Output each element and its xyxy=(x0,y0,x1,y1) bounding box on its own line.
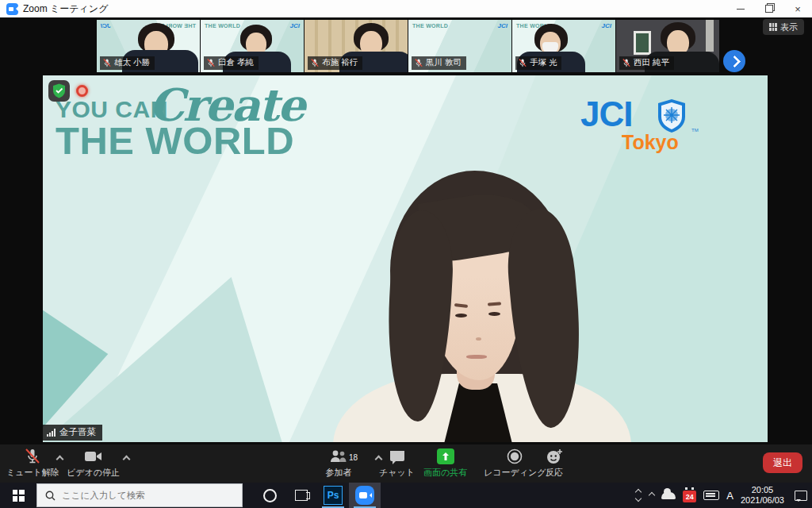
close-button[interactable]: × xyxy=(783,0,812,17)
encryption-shield-icon[interactable] xyxy=(48,80,70,102)
speaker-person xyxy=(43,75,768,442)
participants-strip: THE WORLD JCI 雄太 小勝 xyxy=(97,20,719,72)
participant-name-tag: 黒川 敦司 xyxy=(412,56,466,70)
title-bar: Zoom ミーティング × xyxy=(0,0,812,17)
video-options-chevron-icon[interactable] xyxy=(123,456,131,464)
clock-date: 2021/06/03 xyxy=(741,495,784,506)
stop-video-button[interactable]: ビデオの停止 xyxy=(67,448,120,479)
muted-mic-icon xyxy=(519,58,527,68)
scroll-up-icon xyxy=(635,489,642,495)
speaker-name: 金子晋菜 xyxy=(59,426,96,438)
stop-video-label: ビデオの停止 xyxy=(67,467,120,479)
active-speaker-video: YOU CAN Create THE WORLD JCI TM Tokyo xyxy=(43,75,768,442)
window-controls: × xyxy=(726,0,812,17)
leave-meeting-button[interactable]: 退出 xyxy=(763,452,802,473)
window-title: Zoom ミーティング xyxy=(23,2,108,16)
cortana-icon xyxy=(263,489,277,502)
windows-logo-icon xyxy=(13,490,25,502)
cortana-button[interactable] xyxy=(254,483,285,508)
share-screen-label: 画面の共有 xyxy=(423,467,467,479)
speaker-mouth xyxy=(466,355,487,359)
participant-thumbnail[interactable]: THE WORLD JCI 臼倉 孝純 xyxy=(201,20,304,72)
taskbar-search[interactable] xyxy=(36,483,243,507)
participant-thumbnail[interactable]: THE WORLD JCI 雄太 小勝 xyxy=(97,20,200,72)
hidden-icons-chevron-icon[interactable] xyxy=(649,492,655,498)
photoshop-icon: Ps xyxy=(324,486,343,505)
mic-options-chevron-icon[interactable] xyxy=(56,456,64,464)
share-screen-button[interactable]: 画面の共有 xyxy=(423,448,467,479)
chat-label: チャット xyxy=(379,467,415,479)
windows-taskbar: Ps 24 A 20:05 2021/06/03 xyxy=(0,483,812,508)
participant-name-tag: 臼倉 孝純 xyxy=(204,56,259,70)
task-view-icon xyxy=(295,490,308,501)
start-button[interactable] xyxy=(0,483,36,508)
participant-name-tag: 布施 裕行 xyxy=(308,56,362,70)
notification-badge-icon[interactable]: 24 xyxy=(683,491,696,502)
speaker-name-tag: 金子晋菜 xyxy=(43,425,102,441)
participant-name: 西田 純平 xyxy=(634,57,669,68)
next-participants-button[interactable] xyxy=(723,50,745,72)
background-text: THE WORLD xyxy=(412,23,448,29)
participants-count: 18 xyxy=(349,453,358,462)
search-icon xyxy=(45,491,56,501)
gallery-view-icon xyxy=(769,23,777,31)
shield-check-icon xyxy=(52,83,66,98)
participant-name-tag: 手塚 光 xyxy=(515,56,561,70)
reactions-label: 反応 xyxy=(546,467,563,479)
task-view-button[interactable] xyxy=(285,483,317,508)
ime-indicator[interactable]: A xyxy=(726,490,733,502)
participant-thumbnail[interactable]: THE WORLD JCI 手塚 光 xyxy=(512,20,615,72)
zoom-logo-icon xyxy=(6,3,18,15)
system-tray: 24 A 20:05 2021/06/03 xyxy=(636,483,812,508)
view-button-label: 表示 xyxy=(780,21,798,33)
zoom-camera-icon xyxy=(355,486,374,505)
muted-mic-icon xyxy=(207,58,215,68)
restore-button[interactable] xyxy=(755,0,783,17)
participant-thumbnail[interactable]: 布施 裕行 xyxy=(304,20,408,72)
participants-label: 参加者 xyxy=(326,467,352,479)
minimize-button[interactable] xyxy=(726,0,755,17)
taskbar-clock[interactable]: 20:05 2021/06/03 xyxy=(741,485,784,506)
muted-mic-icon xyxy=(415,58,423,68)
recording-indicator-icon xyxy=(76,85,88,97)
reactions-smiley-icon xyxy=(546,448,563,464)
chat-icon xyxy=(389,448,406,464)
tray-scroll-arrows[interactable] xyxy=(636,490,641,501)
participants-icon xyxy=(328,448,349,464)
participant-thumbnail[interactable]: 西田 純平 xyxy=(616,20,719,72)
participant-name: 黒川 敦司 xyxy=(426,57,462,68)
meeting-area: 表示 THE WORLD JCI xyxy=(0,17,812,483)
participant-name-tag: 西田 純平 xyxy=(619,56,674,70)
video-camera-icon xyxy=(84,448,103,464)
muted-mic-icon xyxy=(311,58,319,68)
participant-name-tag: 雄太 小勝 xyxy=(100,56,155,70)
jci-mini-logo: JCI xyxy=(498,22,508,29)
view-button[interactable]: 表示 xyxy=(763,19,804,35)
speaker-eye xyxy=(488,312,500,316)
participant-thumbnail[interactable]: THE WORLD JCI 黒川 敦司 xyxy=(408,20,511,72)
action-center-icon[interactable] xyxy=(795,491,807,501)
unmute-button[interactable]: ミュート解除 xyxy=(6,448,59,479)
speaker-nose xyxy=(476,337,481,341)
participant-name: 布施 裕行 xyxy=(322,57,358,68)
record-icon xyxy=(507,448,523,464)
muted-mic-icon xyxy=(622,58,630,68)
clock-time: 20:05 xyxy=(741,485,784,495)
unmute-label: ミュート解除 xyxy=(6,467,59,479)
speaker-eye xyxy=(455,314,467,318)
record-button[interactable]: レコーディング xyxy=(484,448,546,479)
meeting-toolbar: ミュート解除 ビデオの停止 xyxy=(0,444,812,483)
onedrive-cloud-icon[interactable] xyxy=(661,492,676,499)
participant-name: 雄太 小勝 xyxy=(114,57,150,68)
participants-button[interactable]: 参加者 18 xyxy=(314,448,363,479)
taskbar-zoom-button[interactable] xyxy=(349,483,381,508)
muted-mic-icon xyxy=(24,448,41,464)
scroll-down-icon xyxy=(635,495,642,502)
search-input[interactable] xyxy=(62,491,220,500)
participant-name: 臼倉 孝純 xyxy=(218,57,254,68)
reactions-button[interactable]: 反応 xyxy=(546,448,563,479)
taskbar-photoshop-button[interactable]: Ps xyxy=(317,483,349,508)
chat-button[interactable]: チャット xyxy=(379,448,415,479)
participant-name: 手塚 光 xyxy=(530,57,557,68)
touch-keyboard-icon[interactable] xyxy=(703,491,719,500)
